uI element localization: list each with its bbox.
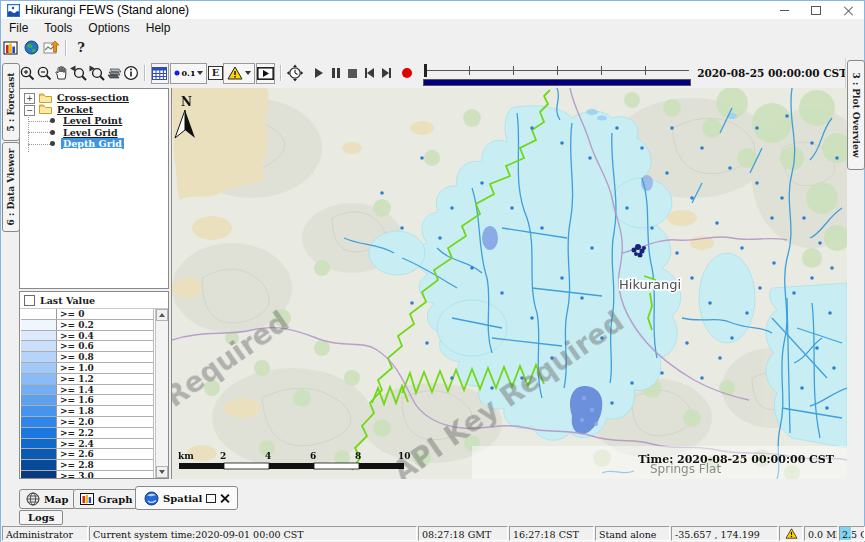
map-toolbar: 0.1 E: [19, 58, 847, 88]
zoom-previous-button[interactable]: [70, 63, 88, 83]
status-gmt-time: 08:27:18 GMT: [418, 526, 508, 541]
tree-label[interactable]: Level Grid: [61, 127, 120, 138]
contour-interval-dropdown[interactable]: 0.1: [170, 63, 208, 84]
tree-label-selected[interactable]: Depth Grid: [61, 138, 124, 149]
last-value-checkbox[interactable]: [24, 295, 35, 306]
grid-display-button[interactable]: [151, 63, 169, 84]
folder-icon: [39, 93, 52, 103]
current-time-label: 2020-08-25 00:00:00 CST: [697, 67, 847, 79]
legend-title: Last Value: [40, 295, 95, 306]
tree-connector: [28, 132, 52, 133]
time-slider[interactable]: [423, 62, 691, 84]
close-button[interactable]: [832, 1, 864, 19]
status-memory-gauge: 2.5 GB: [839, 526, 865, 541]
legend-label: >= 2.6: [57, 449, 153, 459]
tab-graph[interactable]: Graph: [73, 489, 140, 509]
legend-header: Last Value: [20, 292, 168, 309]
layers-icon: [106, 65, 123, 81]
status-warning-cell[interactable]: [779, 526, 803, 541]
legend-label: >= 1.2: [57, 374, 153, 384]
help-button[interactable]: ?: [71, 38, 91, 58]
tab-forecast[interactable]: 5 : Forecast: [2, 63, 20, 141]
scale-tick: 8: [355, 451, 361, 461]
go-to-start-button[interactable]: [361, 63, 378, 83]
map-display-button[interactable]: [21, 38, 41, 58]
chart-up-arrow-icon: [43, 40, 60, 55]
legend-row: >= 1.8: [21, 406, 153, 417]
tree-node-cross-section[interactable]: + Cross-section: [20, 92, 131, 104]
legend-swatch: [21, 471, 57, 478]
stop-button[interactable]: [344, 63, 361, 83]
animation-panel-button[interactable]: [256, 63, 275, 84]
legend-panel: Last Value >= 0 >= 0.2 >= 0.4 >= 0.6 >= …: [19, 291, 169, 479]
menu-options[interactable]: Options: [80, 21, 137, 35]
tab-plot-overview[interactable]: 3 : Plot Overview: [847, 60, 865, 170]
timeseries-button[interactable]: [41, 38, 61, 58]
legend-row: >= 2.8: [21, 460, 153, 471]
animation-settings-button[interactable]: [286, 63, 304, 83]
tree-node-depth-grid-selected[interactable]: Depth Grid: [50, 138, 124, 150]
tab-close-icon[interactable]: [220, 494, 229, 503]
legend-label: >= 3.0: [57, 471, 153, 478]
legend-label: >= 0.6: [57, 341, 153, 351]
time-slider-thumb[interactable]: [424, 64, 427, 77]
tree-node-level-grid[interactable]: Level Grid: [50, 127, 120, 139]
tab-spatial-label: Spatial: [163, 493, 202, 504]
tab-spatial-active[interactable]: Spatial: [135, 486, 238, 510]
legend-toggle-button[interactable]: E: [207, 64, 223, 83]
status-system-time: Current system time:2020-09-01 00:00 CST: [89, 526, 417, 541]
legend-scrollbar[interactable]: [155, 309, 168, 478]
scale-tick: 2: [220, 451, 226, 461]
tab-map[interactable]: Map: [19, 489, 76, 509]
scroll-up-arrow-icon[interactable]: [156, 309, 168, 321]
zoom-out-icon: [36, 65, 53, 82]
skip-to-start-icon: [365, 68, 374, 78]
map-canvas[interactable]: API Key Required API Key Required Hikura…: [171, 88, 847, 479]
bottom-tab-bar: Map Graph Spatial: [1, 485, 864, 509]
logs-panel-button[interactable]: [1, 38, 21, 58]
go-to-end-button[interactable]: [378, 63, 395, 83]
legend-swatch: [21, 320, 57, 330]
logs-button[interactable]: Logs: [19, 510, 63, 525]
tree-label[interactable]: Level Point: [61, 115, 124, 126]
skip-to-end-icon: [382, 68, 391, 78]
zoom-in-button[interactable]: [19, 63, 36, 83]
zoom-next-button[interactable]: [88, 63, 106, 83]
scroll-down-arrow-icon[interactable]: [156, 466, 168, 478]
menu-help[interactable]: Help: [138, 21, 179, 35]
contour-interval-value: 0.1: [182, 68, 196, 78]
tab-maximize-icon[interactable]: [206, 494, 216, 503]
menu-file[interactable]: File: [1, 21, 36, 35]
layers-button[interactable]: [106, 63, 123, 83]
tree-connector: [28, 121, 52, 122]
bullet-icon: [50, 118, 55, 123]
tab-plot-overview-label: 3 : Plot Overview: [851, 73, 861, 158]
left-tab-strip: 5 : Forecast 6 : Data Viewer: [1, 58, 19, 479]
legend-swatch: [21, 352, 57, 362]
info-button[interactable]: [123, 63, 140, 83]
tab-data-viewer[interactable]: 6 : Data Viewer: [2, 142, 20, 232]
maximize-button[interactable]: [800, 1, 832, 19]
pause-button[interactable]: [327, 63, 344, 83]
tree-node-level-point[interactable]: Level Point: [50, 115, 124, 127]
legend-table: >= 0 >= 0.2 >= 0.4 >= 0.6 >= 0.8 >= 1.0 …: [21, 309, 154, 478]
menu-tools[interactable]: Tools: [36, 21, 80, 35]
bullet-icon: [50, 130, 55, 135]
wire-globe-icon: [26, 492, 40, 506]
tab-graph-label: Graph: [98, 494, 133, 505]
pan-button[interactable]: [53, 63, 70, 83]
record-movie-button[interactable]: [399, 63, 416, 83]
legend-row: >= 1.4: [21, 385, 153, 396]
time-slider-range-bar: [423, 79, 691, 86]
map-time-overlay: Time: 2020-08-25 00:00:00 CST: [638, 453, 835, 466]
tree-label[interactable]: Pocket: [55, 104, 95, 115]
minimize-button[interactable]: [768, 1, 800, 19]
tree-label[interactable]: Cross-section: [55, 92, 131, 103]
warning-triangle-icon: [785, 528, 798, 539]
warnings-dropdown[interactable]: [223, 63, 255, 84]
collapse-icon[interactable]: −: [24, 105, 35, 116]
play-button[interactable]: [310, 63, 327, 83]
zoom-out-button[interactable]: [36, 63, 53, 83]
tree-node-pocket[interactable]: − Pocket: [20, 104, 95, 116]
legend-label: >= 0.4: [57, 331, 153, 341]
